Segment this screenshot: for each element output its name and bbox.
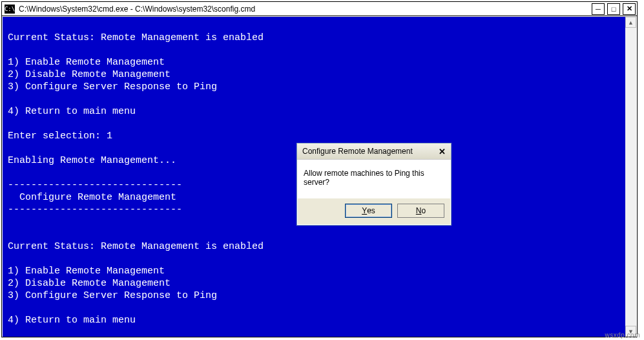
dialog-close-button[interactable]: ✕	[435, 145, 448, 157]
maximize-button[interactable]: □	[607, 3, 620, 15]
minimize-button[interactable]: ─	[592, 3, 605, 15]
configure-remote-management-dialog: Configure Remote Management ✕ Allow remo…	[296, 143, 452, 226]
watermark: wsxdp.com	[605, 332, 640, 339]
no-button[interactable]: No	[397, 204, 444, 218]
dialog-title: Configure Remote Management	[302, 147, 435, 156]
close-button[interactable]: ✕	[623, 3, 636, 15]
window-titlebar[interactable]: C:\ C:\Windows\System32\cmd.exe - C:\Win…	[2, 2, 637, 16]
vertical-scrollbar[interactable]: ▲ ▼	[625, 17, 636, 337]
yes-button[interactable]: Yes	[345, 204, 392, 218]
cmd-icon: C:\	[5, 5, 15, 14]
dialog-message: Allow remote machines to Ping this serve…	[297, 160, 451, 198]
dialog-button-row: Yes No	[297, 198, 451, 223]
scroll-up-icon[interactable]: ▲	[625, 17, 636, 28]
dialog-titlebar[interactable]: Configure Remote Management ✕	[297, 143, 451, 160]
window-title: C:\Windows\System32\cmd.exe - C:\Windows…	[19, 5, 590, 14]
